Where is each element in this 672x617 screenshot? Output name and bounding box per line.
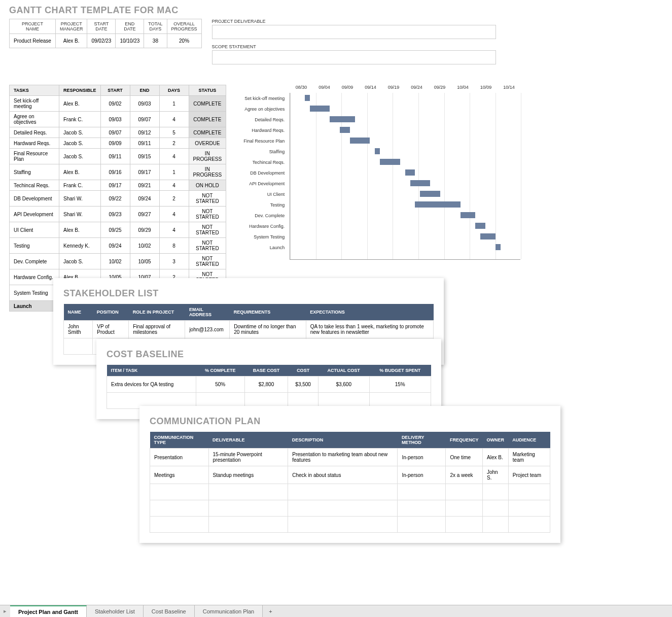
sheet-nav-icon[interactable]: ▸ — [0, 605, 10, 617]
gantt-bar — [340, 127, 350, 133]
project-summary-table: PROJECT NAMEPROJECT MANAGERSTART DATEEND… — [9, 19, 202, 48]
summary-header: OVERALL PROGRESS — [167, 19, 201, 34]
gantt-bar — [350, 138, 370, 144]
gantt-row-label: UI Client — [236, 192, 287, 197]
gantt-row: Agree on objectives — [236, 104, 520, 114]
gantt-bar — [375, 148, 380, 154]
card-header: COMMUNICATION TYPE — [150, 432, 209, 449]
gantt-row: Staffing — [236, 146, 520, 157]
gantt-tick: 10/04 — [451, 85, 475, 93]
gantt-bar — [405, 169, 415, 176]
sheet-tab[interactable]: Communication Plan — [195, 605, 263, 617]
card-header: REQUIREMENTS — [230, 304, 306, 321]
sheet-tab[interactable]: Cost Baseline — [144, 605, 195, 617]
gantt-tick: 09/24 — [405, 85, 429, 93]
table-row: Agree on objectivesFrank C.09/0309/074CO… — [10, 112, 226, 127]
card-header: EXPECTATIONS — [306, 304, 433, 321]
card-header: OWNER — [483, 432, 509, 449]
gantt-row: Techincal Reqs. — [236, 157, 520, 167]
gantt-bar — [480, 233, 496, 239]
cost-title: COST BASELINE — [107, 349, 431, 360]
gantt-tick: 09/04 — [313, 85, 336, 93]
gantt-row-label: DB Development — [236, 170, 287, 176]
sheet-tab[interactable]: Project Plan and Gantt — [10, 605, 87, 617]
tasks-header: RESPONSIBLE — [59, 85, 101, 96]
gantt-row-label: Agree on objectives — [236, 107, 287, 112]
gantt-row-label: Final Resource Plan — [236, 139, 287, 144]
card-header: ROLE IN PROJECT — [129, 304, 185, 321]
gantt-row-label: Detailed Reqs. — [236, 117, 287, 122]
table-row — [150, 517, 550, 533]
table-row: TestingKennedy K.09/2410/028NOT STARTED — [10, 238, 226, 254]
card-header: DESCRIPTION — [288, 432, 398, 449]
table-row: API DevelopmentShari W.09/2309/274NOT ST… — [10, 207, 226, 222]
cost-table: ITEM / TASK% COMPLETEBASE COSTCOSTACTUAL… — [107, 365, 431, 409]
card-header: EMAIL ADDRESS — [185, 304, 230, 321]
gantt-tick: 09/19 — [382, 85, 405, 93]
card-header: % COMPLETE — [196, 365, 244, 376]
scope-input[interactable] — [212, 50, 496, 64]
comm-table: COMMUNICATION TYPEDELIVERABLEDESCRIPTION… — [150, 432, 550, 533]
card-header: ITEM / TASK — [107, 365, 196, 376]
add-sheet-button[interactable]: + — [263, 605, 278, 617]
gantt-row: System Testing — [236, 231, 520, 242]
gantt-bar — [410, 180, 431, 186]
scope-label: SCOPE STATEMENT — [212, 44, 663, 49]
gantt-row: DB Development — [236, 167, 520, 178]
table-row: Set kick-off meetingAlex B.09/0209/031CO… — [10, 96, 226, 112]
card-header: POSITION — [93, 304, 129, 321]
table-row: Dev. CompleteJacob S.10/0210/053NOT STAR… — [10, 254, 226, 269]
gantt-bar — [330, 116, 355, 122]
gantt-row-label: Hardware Config. — [236, 224, 287, 229]
table-row: John SmithVP of ProductFinal approval of… — [64, 321, 434, 338]
table-row: StaffingAlex B.09/1609/171IN PROGRESS — [10, 164, 226, 180]
gantt-row: Dev. Complete — [236, 210, 520, 221]
card-header: DELIVERABLE — [208, 432, 288, 449]
gantt-row-label: Hardward Reqs. — [236, 128, 287, 133]
gantt-row: API Development — [236, 178, 520, 189]
summary-value: 20% — [167, 34, 201, 48]
tasks-header: STATUS — [189, 85, 226, 96]
gantt-tick: 09/09 — [336, 85, 359, 93]
gantt-bar — [380, 159, 400, 165]
summary-header: TOTAL DAYS — [144, 19, 167, 34]
gantt-row-label: Techincal Reqs. — [236, 160, 287, 165]
gantt-row: Hardward Reqs. — [236, 125, 520, 135]
table-row: Final Resource PlanJacob S.09/1109/154IN… — [10, 149, 226, 164]
sheet-tab[interactable]: Stakeholder List — [87, 605, 144, 617]
gantt-bar — [305, 95, 310, 101]
summary-value: 38 — [144, 34, 167, 48]
gantt-bar — [415, 201, 460, 208]
summary-header: PROJECT NAME — [10, 19, 56, 34]
gantt-bar — [310, 106, 330, 112]
gantt-row-label: Set kick-off meeting — [236, 96, 287, 101]
table-row — [150, 484, 550, 500]
comm-title: COMMUNICATION PLAN — [150, 416, 550, 427]
tasks-header: DAYS — [159, 85, 189, 96]
gantt-row-label: API Development — [236, 181, 287, 186]
gantt-chart: 08/3009/0409/0909/1409/1909/2409/2910/04… — [236, 85, 520, 260]
summary-header: PROJECT MANAGER — [55, 19, 87, 34]
card-header: NAME — [64, 304, 93, 321]
page-title: GANTT CHART TEMPLATE FOR MAC — [9, 5, 663, 16]
gantt-row: UI Client — [236, 189, 520, 199]
table-row: MeetingsStandup meetingsCheck in about s… — [150, 466, 550, 484]
summary-value: 10/10/23 — [116, 34, 144, 48]
card-header: % BUDGET SPENT — [369, 365, 431, 376]
communication-card: COMMUNICATION PLAN COMMUNICATION TYPEDEL… — [139, 406, 560, 543]
card-header: ACTUAL COST — [318, 365, 369, 376]
gantt-bar — [461, 212, 476, 218]
gantt-row-label: Launch — [236, 245, 287, 250]
gantt-row: Detailed Reqs. — [236, 114, 520, 125]
gantt-row: Launch — [236, 242, 520, 253]
gantt-tick: 09/14 — [359, 85, 382, 93]
table-row: Presentation15-minute Powerpoint present… — [150, 449, 550, 466]
gantt-bar — [420, 191, 440, 197]
deliverable-input[interactable] — [212, 25, 496, 39]
table-row: Hardward Reqs.Jacob S.09/0909/112OVERDUE — [10, 138, 226, 149]
table-row: Extra devices for QA testing50%$2,800$3,… — [107, 376, 431, 393]
gantt-row-label: Staffing — [236, 149, 287, 154]
card-header: BASE COST — [244, 365, 288, 376]
gantt-bar — [475, 223, 485, 229]
summary-header: START DATE — [87, 19, 116, 34]
